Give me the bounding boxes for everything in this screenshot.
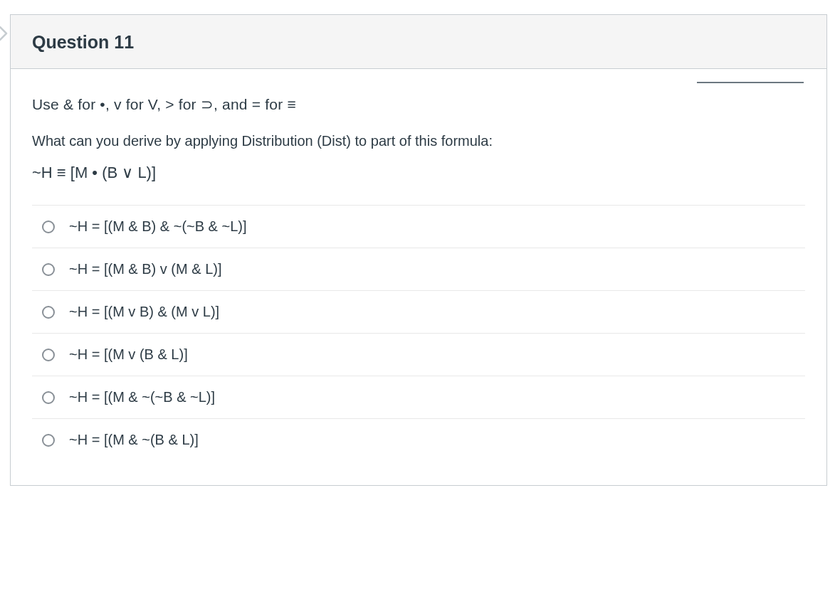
option-label: ~H = [(M & ~(~B & ~L)] bbox=[69, 389, 215, 405]
option-label: ~H = [(M v (B & L)] bbox=[69, 346, 188, 363]
question-title: Question 11 bbox=[32, 32, 805, 53]
option-row[interactable]: ~H = [(M & B) v (M & L)] bbox=[32, 248, 805, 291]
question-body: Use & for •, v for V, > for ⊃, and = for… bbox=[11, 69, 826, 485]
radio-icon[interactable] bbox=[42, 391, 55, 404]
radio-icon[interactable] bbox=[42, 263, 55, 276]
chevron-right-icon bbox=[0, 26, 9, 41]
radio-icon[interactable] bbox=[42, 434, 55, 447]
radio-icon[interactable] bbox=[42, 349, 55, 361]
formula-text: ~H ≡ [M • (B ∨ L)] bbox=[32, 164, 805, 182]
radio-icon[interactable] bbox=[42, 221, 55, 233]
option-row[interactable]: ~H = [(M v (B & L)] bbox=[32, 334, 805, 376]
page: Question 11 Use & for •, v for V, > for … bbox=[0, 0, 840, 616]
prompt-text: What can you derive by applying Distribu… bbox=[32, 133, 805, 149]
option-row[interactable]: ~H = [(M & ~(B & L)] bbox=[32, 419, 805, 461]
question-header: Question 11 bbox=[11, 15, 826, 69]
instruction-text: Use & for •, v for V, > for ⊃, and = for… bbox=[32, 96, 805, 113]
option-label: ~H = [(M v B) & (M v L)] bbox=[69, 304, 219, 320]
options-list: ~H = [(M & B) & ~(~B & ~L)] ~H = [(M & B… bbox=[32, 205, 805, 461]
radio-icon[interactable] bbox=[42, 306, 55, 319]
question-card: Question 11 Use & for •, v for V, > for … bbox=[10, 14, 827, 486]
option-row[interactable]: ~H = [(M & B) & ~(~B & ~L)] bbox=[32, 206, 805, 248]
option-row[interactable]: ~H = [(M v B) & (M v L)] bbox=[32, 291, 805, 334]
points-underline bbox=[697, 82, 804, 83]
option-row[interactable]: ~H = [(M & ~(~B & ~L)] bbox=[32, 376, 805, 419]
option-label: ~H = [(M & B) & ~(~B & ~L)] bbox=[69, 218, 247, 235]
option-label: ~H = [(M & B) v (M & L)] bbox=[69, 261, 221, 277]
option-label: ~H = [(M & ~(B & L)] bbox=[69, 432, 199, 448]
